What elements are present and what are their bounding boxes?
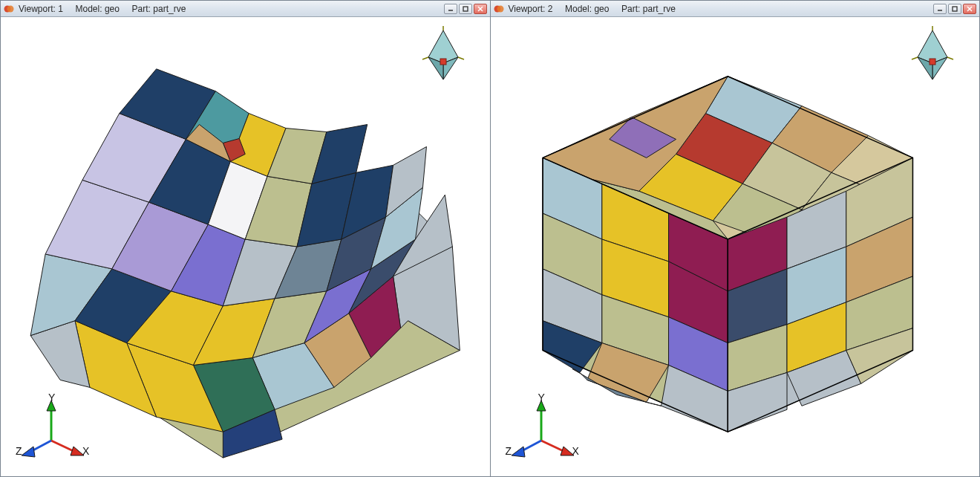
viewport-pane-2: Viewport: 2 Model: geo Part: part_rve (491, 0, 981, 477)
svg-rect-110 (930, 59, 935, 65)
svg-line-112 (912, 57, 918, 59)
maximize-icon (952, 6, 958, 12)
part-label: Part: part_rve (120, 4, 186, 14)
canvas-2[interactable]: Y X Z (491, 17, 980, 476)
svg-line-51 (422, 57, 428, 59)
axis-triad[interactable]: Y X Z (512, 396, 578, 463)
maximize-icon (463, 6, 468, 12)
maximize-button[interactable] (459, 4, 472, 14)
viewport-label: Viewport: 1 (19, 4, 63, 14)
close-icon (967, 6, 973, 12)
maximize-button[interactable] (948, 4, 961, 14)
window-controls (444, 4, 487, 14)
svg-marker-118 (512, 447, 525, 457)
part-label: Part: part_rve (609, 4, 675, 14)
view-orientation-gizmo[interactable] (906, 26, 958, 85)
viewport-label: Viewport: 2 (509, 4, 553, 14)
svg-marker-57 (22, 447, 35, 457)
minimize-button[interactable] (933, 4, 947, 14)
model-label: Model: geo (552, 4, 609, 14)
svg-line-50 (458, 57, 464, 59)
axis-label-z: Z (506, 445, 512, 457)
svg-rect-61 (953, 7, 957, 11)
canvas-1[interactable]: Y X Z (1, 17, 490, 476)
app-icon (4, 4, 14, 14)
window-controls (933, 4, 976, 14)
model-label: Model: geo (63, 4, 120, 14)
minimize-button[interactable] (444, 4, 457, 14)
axis-label-x: X (82, 445, 89, 457)
viewport-pane-1: Viewport: 1 Model: geo Part: part_rve (0, 0, 491, 477)
minimize-icon (448, 6, 454, 12)
svg-marker-45 (428, 30, 458, 63)
close-icon (477, 6, 483, 12)
axis-label-y: Y (538, 392, 545, 403)
app-icon (494, 4, 504, 14)
svg-point-59 (497, 5, 503, 12)
titlebar-1[interactable]: Viewport: 1 Model: geo Part: part_rve (1, 1, 490, 17)
view-orientation-gizmo[interactable] (417, 26, 469, 85)
close-button[interactable] (474, 4, 487, 14)
axis-triad[interactable]: Y X Z (22, 396, 88, 463)
svg-line-111 (947, 57, 953, 59)
axis-label-x: X (572, 445, 579, 457)
svg-point-1 (7, 5, 14, 12)
minimize-icon (937, 6, 943, 12)
close-button[interactable] (963, 4, 976, 14)
axis-label-z: Z (16, 445, 22, 457)
axis-label-y: Y (48, 392, 55, 403)
svg-rect-49 (440, 59, 446, 65)
titlebar-2[interactable]: Viewport: 2 Model: geo Part: part_rve (491, 1, 980, 17)
svg-marker-106 (918, 30, 947, 63)
svg-rect-3 (463, 7, 468, 11)
